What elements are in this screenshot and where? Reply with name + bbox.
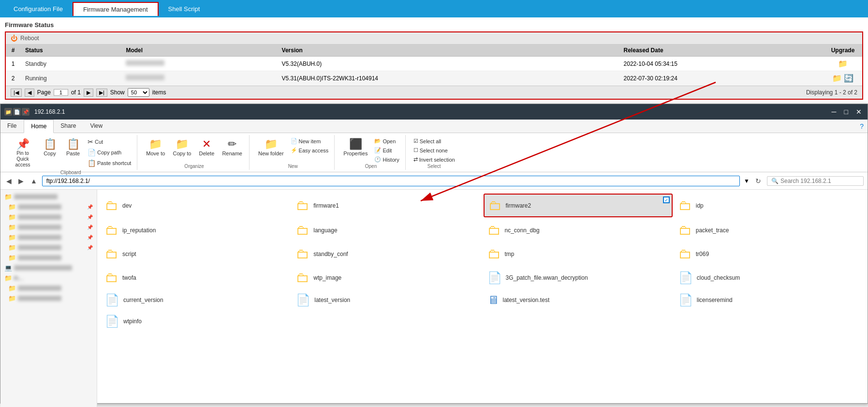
list-item[interactable]: 🗀 firmware1	[292, 194, 481, 217]
list-item[interactable]: 🗀 dev	[101, 194, 290, 217]
list-item[interactable]: 🗀 twofa	[101, 267, 290, 288]
explorer-sidebar: 📁 📁 📌 📁 📌 📁 📌 📁 📌	[0, 190, 97, 407]
file-name: firmware2	[506, 202, 531, 209]
sidebar-item[interactable]: 📁	[0, 283, 97, 293]
ribbon-tab-view[interactable]: View	[83, 120, 110, 133]
rename-button[interactable]: ✏ Rename	[219, 137, 245, 158]
refresh-btn[interactable]: ↻	[752, 176, 764, 186]
sidebar-item[interactable]: 📁 📌	[0, 232, 97, 242]
forward-btn[interactable]: ▶	[16, 176, 26, 186]
new-item-button[interactable]: 📄 New item	[289, 137, 331, 145]
page-last-btn[interactable]: ▶|	[96, 89, 107, 97]
list-item[interactable]: 🖥 latest_version.test	[484, 290, 673, 310]
sidebar-item[interactable]: 📁	[0, 253, 97, 263]
history-button[interactable]: 🕐 History	[372, 155, 401, 164]
invert-selection-button[interactable]: ⇄ Invert selection	[412, 155, 457, 164]
firmware-table-wrapper: ⏻ Reboot # Status Model Version Released…	[5, 31, 863, 100]
close-btn[interactable]: ✕	[854, 108, 864, 116]
paste-button[interactable]: 📋 Paste	[62, 137, 84, 158]
back-btn[interactable]: ◀	[4, 176, 14, 186]
open-button[interactable]: 📂 Open	[372, 137, 401, 145]
sidebar-item[interactable]: 📁 📌	[0, 202, 97, 212]
move-to-button[interactable]: 📁 Move to	[143, 137, 168, 158]
list-item[interactable]: 📄 licenseremind	[675, 290, 864, 310]
new-folder-button[interactable]: 📁 New folder	[255, 137, 287, 158]
file-icon: 📄	[105, 293, 119, 307]
new-item-icon: 📄	[291, 138, 297, 144]
list-item[interactable]: 📄 3G_patch_file.wwan_decryption	[484, 267, 673, 288]
list-item[interactable]: 🗀 wtp_image	[292, 267, 481, 288]
list-item[interactable]: 📄 current_version	[101, 290, 290, 310]
ribbon-tab-home[interactable]: Home	[24, 120, 54, 133]
page-input[interactable]	[54, 89, 68, 96]
sidebar-item[interactable]: 📁	[0, 293, 97, 303]
titlebar-path: 192.168.2.1	[34, 108, 827, 115]
list-item[interactable]: 🗀 tr069	[675, 243, 864, 265]
items-label: items	[152, 89, 166, 96]
list-item[interactable]: 🗀 idp	[675, 194, 864, 217]
maximize-btn[interactable]: □	[842, 108, 850, 116]
list-item[interactable]: 🗀 language	[292, 219, 481, 241]
list-item[interactable]: 🗀 packet_trace	[675, 219, 864, 241]
reboot-label[interactable]: Reboot	[20, 35, 39, 42]
table-row: 1 Standby V5.32(ABUH.0) 2022-10-04 05:34…	[6, 57, 862, 71]
clipboard-small-btns: ✂ Cut 📄 Copy path 📋 Paste shortcut	[86, 137, 133, 168]
edit-button[interactable]: 📝 Edit	[372, 146, 401, 154]
file-name: standby_conf	[313, 251, 348, 257]
sidebar-item[interactable]: 📁 📌	[0, 222, 97, 232]
row2-upgrade[interactable]: 📁 🔄	[824, 71, 862, 86]
page-prev-btn[interactable]: ◀	[25, 89, 34, 97]
paste-shortcut-button[interactable]: 📋 Paste shortcut	[86, 158, 133, 168]
cut-button[interactable]: ✂ Cut	[86, 137, 133, 147]
page-first-btn[interactable]: |◀	[11, 89, 22, 97]
select-none-button[interactable]: ☐ Select none	[412, 146, 457, 154]
list-item[interactable]: 📄 latest_version	[292, 290, 481, 310]
list-item[interactable]: 🗀 ip_reputation	[101, 219, 290, 241]
copy-path-button[interactable]: 📄 Copy path	[86, 148, 133, 157]
properties-button[interactable]: ⬛ Properties	[340, 137, 370, 158]
table-row: 2 Running V5.31(ABUH.0)ITS-22WK31-r10491…	[6, 71, 862, 86]
list-item[interactable]: 🗀 standby_conf	[292, 243, 481, 265]
ribbon-tab-share[interactable]: Share	[54, 120, 83, 133]
address-dropdown-btn[interactable]: ▼	[744, 178, 750, 184]
sidebar-item[interactable]: 💻	[0, 263, 97, 273]
list-item-firmware2[interactable]: 🗀 firmware2 ✓	[484, 194, 673, 217]
folder-icon: 🗀	[487, 246, 501, 262]
tab-firmware-management[interactable]: Firmware Management	[73, 2, 159, 16]
sidebar-item[interactable]: 📁	[0, 192, 97, 202]
list-item[interactable]: 📄 wtpinfo	[101, 312, 290, 331]
col-status: Status	[20, 45, 121, 57]
pin-to-quick-access-button[interactable]: 📌 Pin to Quick access	[8, 137, 37, 170]
tab-shell-script[interactable]: Shell Script	[159, 2, 210, 15]
delete-button[interactable]: ✕ Delete	[196, 137, 217, 158]
sidebar-item[interactable]: 📁 Fi…	[0, 273, 97, 283]
sidebar-item[interactable]: 📁 📌	[0, 242, 97, 253]
ribbon-tab-file[interactable]: File	[0, 120, 24, 133]
minimize-btn[interactable]: ─	[830, 108, 839, 116]
explorer-body: 📁 📁 📌 📁 📌 📁 📌 📁 📌	[0, 190, 868, 407]
sidebar-folder-icon: 📁	[8, 213, 16, 221]
sidebar-item[interactable]: 📁 📌	[0, 212, 97, 222]
sidebar-pin-icon: 📌	[87, 214, 93, 220]
show-select[interactable]: 50 100	[128, 88, 149, 97]
list-item[interactable]: 🗀 tmp	[484, 243, 673, 265]
search-input[interactable]	[780, 178, 859, 184]
row1-upgrade[interactable]: 📁	[824, 57, 862, 71]
list-item[interactable]: 📄 cloud_checksum	[675, 267, 864, 288]
rename-icon: ✏	[228, 139, 236, 150]
easy-access-button[interactable]: ⚡ Easy access	[289, 146, 331, 154]
page-next-btn[interactable]: ▶	[84, 89, 93, 97]
firmware-table: # Status Model Version Released Date Upg…	[6, 45, 862, 86]
row1-model	[121, 57, 277, 71]
up-btn[interactable]: ▲	[29, 176, 39, 186]
address-input[interactable]	[42, 176, 740, 186]
tab-configuration-file[interactable]: Configuration File	[4, 2, 73, 15]
ribbon-help-icon[interactable]: ?	[860, 122, 864, 130]
copy-button[interactable]: 📋 Copy	[39, 137, 60, 158]
list-item[interactable]: 🗀 nc_conn_dbg	[484, 219, 673, 241]
select-all-button[interactable]: ☑ Select all	[412, 137, 457, 145]
copy-to-button[interactable]: 📁 Copy to	[170, 137, 194, 158]
file-icon: 📄	[487, 271, 502, 285]
copy-to-icon: 📁	[176, 139, 189, 150]
list-item[interactable]: 🗀 script	[101, 243, 290, 265]
